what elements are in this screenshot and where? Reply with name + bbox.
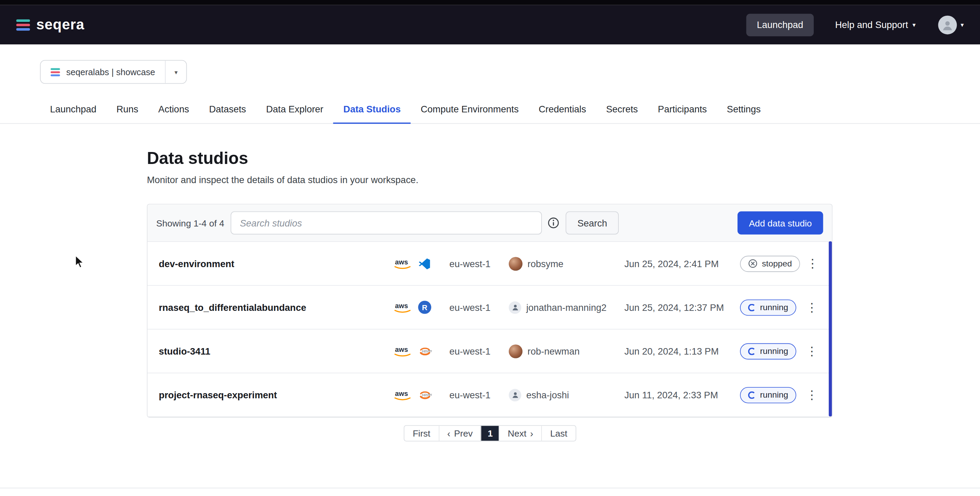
- studio-status: stopped: [740, 255, 800, 272]
- svg-text:aws: aws: [395, 346, 408, 353]
- user-avatar[interactable]: [938, 15, 957, 34]
- studios-table-panel: Showing 1-4 of 4 Search Add data studio …: [147, 204, 832, 418]
- mouse-cursor: [75, 255, 86, 269]
- status-label: running: [760, 303, 788, 312]
- jupyter-icon: jupyter: [418, 344, 432, 358]
- seqera-logo[interactable]: seqera: [16, 16, 85, 33]
- launchpad-button[interactable]: Launchpad: [746, 13, 814, 36]
- tab-data-explorer[interactable]: Data Explorer: [256, 96, 333, 123]
- user-generic-icon: [509, 389, 522, 401]
- row-menu-button[interactable]: ⋮: [799, 345, 824, 357]
- studio-date: Jun 25, 2024, 2:41 PM: [625, 258, 740, 269]
- page-subtitle: Monitor and inspect the details of data …: [147, 175, 980, 185]
- running-spinner-icon: [748, 391, 756, 399]
- status-label: stopped: [762, 259, 792, 268]
- prev-label: Prev: [454, 428, 473, 438]
- pagination-prev-button[interactable]: ‹ Prev: [438, 426, 481, 441]
- workspace-tabs: Launchpad Runs Actions Datasets Data Exp…: [0, 96, 980, 124]
- table-row[interactable]: rnaseq_to_differentialabundance aws R eu…: [148, 285, 832, 329]
- user-name: rob-newman: [528, 346, 580, 356]
- help-and-support-menu[interactable]: Help and Support ▾: [835, 19, 916, 30]
- pagination-first-button[interactable]: First: [405, 426, 438, 441]
- svg-text:jupyter: jupyter: [422, 392, 432, 396]
- rstudio-icon: R: [418, 301, 431, 314]
- tab-actions[interactable]: Actions: [148, 96, 199, 123]
- first-label: First: [413, 428, 431, 438]
- studio-status: running: [740, 387, 799, 403]
- studio-user: jonathan-manning2: [509, 301, 625, 314]
- last-label: Last: [550, 428, 567, 438]
- avatar-chevron-down-icon[interactable]: ▾: [961, 21, 964, 28]
- chevron-left-icon: ‹: [447, 429, 450, 438]
- studio-date: Jun 20, 2024, 1:13 PM: [625, 346, 740, 356]
- status-badge: running: [740, 387, 796, 403]
- tab-participants[interactable]: Participants: [648, 96, 717, 123]
- svg-text:aws: aws: [395, 390, 408, 397]
- search-button[interactable]: Search: [565, 211, 619, 235]
- running-spinner-icon: [748, 348, 756, 355]
- search-input[interactable]: [231, 211, 542, 235]
- add-data-studio-button[interactable]: Add data studio: [738, 211, 823, 235]
- table-row[interactable]: project-rnaseq-experiment aws jupyter eu…: [148, 373, 832, 417]
- table-toolbar: Showing 1-4 of 4 Search Add data studio: [148, 205, 832, 242]
- table-scrollbar[interactable]: [829, 241, 832, 416]
- studio-region: eu-west-1: [449, 258, 509, 269]
- tab-data-studios[interactable]: Data Studios: [333, 96, 410, 124]
- row-menu-button[interactable]: ⋮: [799, 389, 824, 401]
- next-label: Next: [508, 428, 527, 438]
- studio-name[interactable]: project-rnaseq-experiment: [159, 389, 393, 400]
- workspace-name: seqeralabs | showcase: [66, 67, 155, 77]
- svg-text:aws: aws: [395, 302, 408, 309]
- app-window: seqera Launchpad Help and Support ▾ ▾ se…: [0, 0, 980, 496]
- vscode-icon: [418, 257, 431, 270]
- user-photo-avatar: [509, 257, 522, 270]
- tab-runs[interactable]: Runs: [107, 96, 148, 123]
- studio-status: running: [740, 299, 799, 316]
- seqera-logo-icon: [16, 19, 30, 30]
- jupyter-icon: jupyter: [418, 388, 432, 402]
- studio-region: eu-west-1: [449, 346, 509, 356]
- tab-launchpad[interactable]: Launchpad: [40, 96, 106, 123]
- studio-icons: aws jupyter: [393, 344, 449, 358]
- results-count: Showing 1-4 of 4: [156, 218, 224, 228]
- status-label: running: [760, 390, 788, 399]
- studio-user: esha-joshi: [509, 389, 625, 401]
- status-label: running: [760, 346, 788, 356]
- studio-user: rob-newman: [509, 344, 625, 358]
- user-photo-avatar: [509, 344, 522, 358]
- studio-icons: aws: [393, 257, 449, 270]
- tab-settings[interactable]: Settings: [717, 96, 771, 123]
- pagination-current-page[interactable]: 1: [481, 426, 499, 441]
- workspace-selector[interactable]: seqeralabs | showcase ▾: [40, 60, 187, 84]
- page-title: Data studios: [147, 149, 980, 168]
- studio-icons: aws R: [393, 301, 449, 314]
- tab-datasets[interactable]: Datasets: [199, 96, 256, 123]
- studio-name[interactable]: studio-3411: [159, 346, 393, 356]
- row-menu-button[interactable]: ⋮: [800, 258, 825, 270]
- user-name: esha-joshi: [526, 389, 569, 400]
- chevron-right-icon: ›: [530, 429, 533, 438]
- tab-compute-environments[interactable]: Compute Environments: [411, 96, 528, 123]
- row-menu-button[interactable]: ⋮: [799, 301, 824, 313]
- aws-icon: aws: [393, 389, 412, 401]
- table-row[interactable]: studio-3411 aws jupyter eu-west-1 rob-ne…: [148, 330, 832, 373]
- status-badge: running: [740, 299, 796, 316]
- svg-text:jupyter: jupyter: [422, 349, 432, 352]
- studio-status: running: [740, 343, 799, 359]
- top-navbar: seqera Launchpad Help and Support ▾ ▾: [0, 5, 980, 45]
- tab-credentials[interactable]: Credentials: [528, 96, 596, 123]
- pagination-last-button[interactable]: Last: [542, 426, 576, 441]
- table-row[interactable]: dev-environment aws eu-west-1 robsyme Ju…: [148, 242, 832, 285]
- workspace-dropdown-button[interactable]: ▾: [165, 61, 186, 83]
- workspace-org-icon: [51, 68, 60, 76]
- studio-name[interactable]: rnaseq_to_differentialabundance: [159, 302, 393, 313]
- user-generic-icon: [509, 301, 522, 314]
- running-spinner-icon: [748, 304, 756, 311]
- info-button[interactable]: [547, 217, 559, 229]
- tab-secrets[interactable]: Secrets: [596, 96, 648, 123]
- pagination-next-button[interactable]: Next ›: [499, 426, 541, 441]
- studio-date: Jun 25, 2024, 12:37 PM: [625, 302, 740, 313]
- pagination: First ‹ Prev 1 Next › Last: [0, 425, 980, 442]
- studio-name[interactable]: dev-environment: [159, 258, 393, 269]
- studio-region: eu-west-1: [449, 389, 509, 400]
